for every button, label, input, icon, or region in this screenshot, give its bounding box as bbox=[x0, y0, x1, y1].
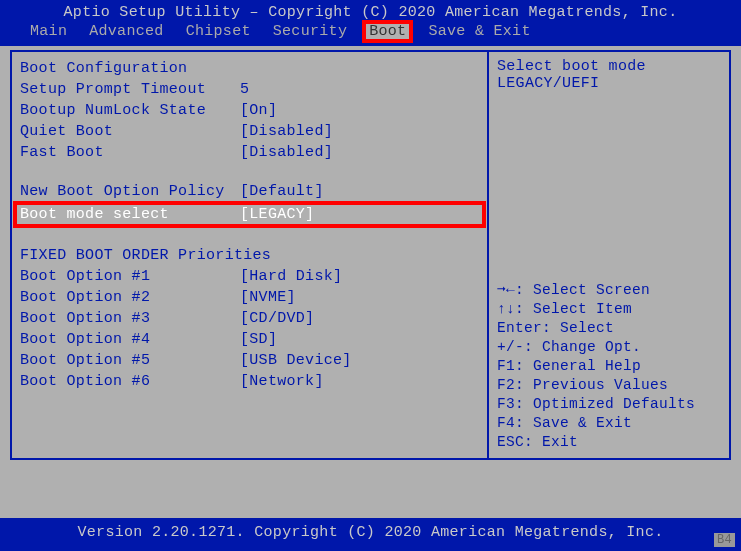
boot-option-row[interactable]: Boot Option #6[Network] bbox=[20, 371, 479, 392]
boot-config-row[interactable]: Fast Boot[Disabled] bbox=[20, 142, 479, 163]
help-description: Select boot modeLEGACY/UEFI bbox=[497, 58, 721, 92]
boot-config-value: [On] bbox=[240, 101, 277, 120]
help-key-line: Enter: Select bbox=[497, 319, 721, 338]
boot-config-row[interactable]: Quiet Boot[Disabled] bbox=[20, 121, 479, 142]
section-fixed-boot-order: FIXED BOOT ORDER Priorities bbox=[20, 247, 479, 264]
boot-option-value: [Hard Disk] bbox=[240, 267, 342, 286]
boot-option-label: Boot Option #3 bbox=[20, 309, 240, 328]
menubar: MainAdvancedChipsetSecurityBootSave & Ex… bbox=[10, 21, 731, 44]
header: Aptio Setup Utility – Copyright (C) 2020… bbox=[0, 0, 741, 46]
boot-config-value: [Disabled] bbox=[240, 143, 333, 162]
right-panel: Select boot modeLEGACY/UEFI ➞←: Select S… bbox=[488, 50, 731, 460]
boot-option-value: [SD] bbox=[240, 330, 277, 349]
corner-badge: B4 bbox=[714, 533, 735, 547]
boot-policy-label: Boot mode select bbox=[20, 205, 240, 224]
footer: Version 2.20.1271. Copyright (C) 2020 Am… bbox=[0, 518, 741, 551]
main-panels: Boot Configuration Setup Prompt Timeout5… bbox=[0, 46, 741, 464]
boot-option-label: Boot Option #5 bbox=[20, 351, 240, 370]
tab-chipset[interactable]: Chipset bbox=[182, 23, 255, 40]
boot-config-value: [Disabled] bbox=[240, 122, 333, 141]
boot-config-label: Fast Boot bbox=[20, 143, 240, 162]
boot-config-row[interactable]: Setup Prompt Timeout5 bbox=[20, 79, 479, 100]
boot-option-label: Boot Option #4 bbox=[20, 330, 240, 349]
boot-policy-value: [LEGACY] bbox=[240, 205, 314, 224]
help-keys: ➞←: Select Screen↑↓: Select ItemEnter: S… bbox=[497, 281, 721, 452]
help-line: Select boot mode bbox=[497, 58, 721, 75]
boot-config-label: Quiet Boot bbox=[20, 122, 240, 141]
boot-option-row[interactable]: Boot Option #1[Hard Disk] bbox=[20, 266, 479, 287]
boot-option-row[interactable]: Boot Option #5[USB Device] bbox=[20, 350, 479, 371]
boot-option-value: [NVME] bbox=[240, 288, 296, 307]
boot-option-label: Boot Option #2 bbox=[20, 288, 240, 307]
boot-config-label: Bootup NumLock State bbox=[20, 101, 240, 120]
tab-security[interactable]: Security bbox=[269, 23, 351, 40]
tab-advanced[interactable]: Advanced bbox=[85, 23, 167, 40]
tab-main[interactable]: Main bbox=[26, 23, 71, 40]
boot-policy-row[interactable]: New Boot Option Policy[Default] bbox=[20, 181, 479, 202]
help-key-line: +/-: Change Opt. bbox=[497, 338, 721, 357]
boot-option-row[interactable]: Boot Option #4[SD] bbox=[20, 329, 479, 350]
help-key-line: ↑↓: Select Item bbox=[497, 300, 721, 319]
help-line: LEGACY/UEFI bbox=[497, 75, 721, 92]
section-boot-configuration: Boot Configuration bbox=[20, 60, 479, 77]
boot-option-value: [Network] bbox=[240, 372, 324, 391]
boot-config-row[interactable]: Bootup NumLock State[On] bbox=[20, 100, 479, 121]
help-key-line: F1: General Help bbox=[497, 357, 721, 376]
help-key-line: ➞←: Select Screen bbox=[497, 281, 721, 300]
bios-screen: Aptio Setup Utility – Copyright (C) 2020… bbox=[0, 0, 741, 551]
boot-config-value: 5 bbox=[240, 80, 249, 99]
app-title: Aptio Setup Utility – Copyright (C) 2020… bbox=[10, 4, 731, 21]
help-key-line: F4: Save & Exit bbox=[497, 414, 721, 433]
help-key-line: ESC: Exit bbox=[497, 433, 721, 452]
boot-policy-label: New Boot Option Policy bbox=[20, 182, 240, 201]
tab-save-exit[interactable]: Save & Exit bbox=[424, 23, 534, 40]
boot-option-label: Boot Option #6 bbox=[20, 372, 240, 391]
boot-policy-row[interactable]: Boot mode select[LEGACY] bbox=[16, 204, 483, 225]
help-key-line: F2: Previous Values bbox=[497, 376, 721, 395]
tab-boot[interactable]: Boot bbox=[365, 23, 410, 40]
boot-config-label: Setup Prompt Timeout bbox=[20, 80, 240, 99]
boot-option-label: Boot Option #1 bbox=[20, 267, 240, 286]
boot-policy-value: [Default] bbox=[240, 182, 324, 201]
help-key-line: F3: Optimized Defaults bbox=[497, 395, 721, 414]
boot-option-row[interactable]: Boot Option #2[NVME] bbox=[20, 287, 479, 308]
boot-option-row[interactable]: Boot Option #3[CD/DVD] bbox=[20, 308, 479, 329]
boot-option-value: [USB Device] bbox=[240, 351, 352, 370]
boot-option-value: [CD/DVD] bbox=[240, 309, 314, 328]
footer-version: Version 2.20.1271. Copyright (C) 2020 Am… bbox=[78, 524, 664, 541]
left-panel: Boot Configuration Setup Prompt Timeout5… bbox=[10, 50, 488, 460]
